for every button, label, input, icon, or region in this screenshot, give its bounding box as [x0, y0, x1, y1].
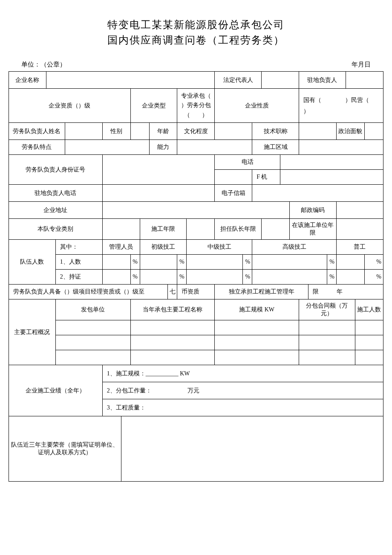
title-line2: 国内供应商调查问卷（工程劳务类） [107, 35, 285, 46]
label-postcode: 邮政编码 [290, 202, 337, 219]
field-team-feature[interactable] [65, 140, 149, 155]
label-amount: 分包合同额（万元） [299, 299, 355, 320]
label-years: 施工年限 [140, 219, 187, 240]
label-workers: 施工人数 [355, 299, 383, 320]
field-general-n[interactable] [336, 255, 364, 270]
label-honors: 队伍近三年主要荣誉（需填写证明单位、证明人及联系方式） [9, 416, 121, 482]
label-row-cert: 2、持证 [55, 270, 102, 285]
field-scale-3[interactable] [215, 350, 299, 365]
field-workers-2[interactable] [355, 335, 383, 350]
field-fax-pre[interactable] [215, 170, 252, 185]
pct: % [130, 270, 140, 285]
pct: % [130, 255, 140, 270]
field-contractor-2[interactable] [55, 335, 130, 350]
header-date: 年月日 [352, 61, 371, 69]
label-age: 年龄 [149, 123, 177, 140]
label-annual: 企业施工业绩（全年） [9, 365, 103, 416]
field-projname-1[interactable] [130, 320, 215, 335]
label-company-name: 企业名称 [9, 72, 46, 89]
field-local-head[interactable] [346, 72, 383, 89]
field-junior-c[interactable] [140, 270, 177, 285]
field-type-options[interactable]: 专业承包（ ）劳务分包（ ） [177, 89, 215, 123]
field-contractor-1[interactable] [55, 320, 130, 335]
label-gender: 性别 [102, 123, 130, 140]
field-mid-c[interactable] [187, 270, 243, 285]
label-pm-qual: 劳务队负责人具备（）级项目经理资质或（）级至 [9, 285, 168, 299]
label-leader-years: 担任队长年限 [215, 219, 262, 240]
field-mgmt-c[interactable] [102, 270, 130, 285]
pct: % [243, 270, 252, 285]
label-education: 文化程度 [177, 123, 215, 140]
field-postcode[interactable] [336, 202, 383, 219]
field-fax[interactable] [280, 170, 383, 185]
label-team-feature: 劳务队特点 [9, 140, 65, 155]
label-local-phone: 驻地负责人电话 [9, 185, 103, 202]
field-education[interactable] [215, 123, 252, 140]
field-projname-3[interactable] [130, 350, 215, 365]
label-unit-years: 在该施工单位年限 [290, 219, 337, 240]
pct: % [364, 270, 383, 285]
field-workers-1[interactable] [355, 320, 383, 335]
header-row: 单位：（公章） 年月日 [9, 61, 383, 69]
field-scale-1[interactable] [215, 320, 299, 335]
label-specialty: 本队专业类别 [9, 219, 103, 240]
field-local-phone[interactable] [102, 185, 215, 202]
header-unit: 单位：（公章） [21, 61, 66, 69]
field-ability[interactable] [177, 140, 252, 155]
field-a1[interactable]: 1、施工规模：___________ KW [102, 365, 383, 382]
label-leader-name: 劳务队负责人姓名 [9, 123, 65, 140]
doc-title: 特变电工某某新能源股份总承包公司 国内供应商调查问卷（工程劳务类） [9, 17, 383, 48]
form-table: 企业名称 法定代表人 驻地负责人 企业资质（）级 企业类型 专业承包（ ）劳务分… [9, 71, 383, 482]
field-gender[interactable] [130, 123, 149, 140]
label-indep2: 限 年 [308, 285, 383, 299]
field-amount-2[interactable] [299, 335, 355, 350]
label-of-which: 其中： [55, 240, 102, 255]
field-address[interactable] [102, 202, 289, 219]
label-proj-name: 当年承包主要工程名称 [130, 299, 215, 320]
field-nature-options[interactable]: 国有（ ）民营（ ） [299, 89, 383, 123]
field-senior-n[interactable] [252, 255, 327, 270]
field-mgmt-n[interactable] [102, 255, 130, 270]
label-mgmt: 管理人员 [102, 240, 140, 255]
label-junior: 初级技工 [140, 240, 187, 255]
pct: % [177, 255, 187, 270]
pct: % [364, 255, 383, 270]
field-leader-name[interactable] [65, 123, 102, 140]
label-fax: F 机 [252, 170, 280, 185]
label-scale: 施工规模 KW [215, 299, 299, 320]
field-workers-3[interactable] [355, 350, 383, 365]
field-a2[interactable]: 2、分包工作量： 万元 [102, 382, 383, 399]
label-area: 施工区域 [252, 140, 299, 155]
label-pm-qual3: 币资质 [177, 285, 215, 299]
label-pm-qual2: 七 [168, 285, 177, 299]
field-honors[interactable] [121, 416, 383, 482]
field-phone[interactable] [280, 155, 383, 170]
field-unit-years[interactable] [336, 219, 383, 240]
field-leader-id[interactable] [102, 155, 215, 185]
label-senior: 高级技工 [252, 240, 337, 255]
label-ability: 能力 [149, 140, 177, 155]
field-mid-n[interactable] [187, 255, 243, 270]
pct: % [327, 255, 336, 270]
field-leader-years[interactable] [262, 219, 290, 240]
field-email[interactable] [252, 185, 383, 202]
field-legal-rep[interactable] [262, 72, 299, 89]
field-a3[interactable]: 3、工程质量： [102, 399, 383, 416]
field-projname-2[interactable] [130, 335, 215, 350]
field-political[interactable] [364, 123, 383, 140]
field-years[interactable] [187, 219, 215, 240]
field-area[interactable] [299, 140, 383, 155]
field-amount-3[interactable] [299, 350, 355, 365]
field-general-c[interactable] [336, 270, 364, 285]
label-political: 政治面貌 [336, 123, 364, 140]
field-senior-c[interactable] [252, 270, 327, 285]
field-company-name[interactable] [46, 72, 214, 89]
field-junior-n[interactable] [140, 255, 177, 270]
field-scale-2[interactable] [215, 335, 299, 350]
label-team-count: 队伍人数 [9, 240, 56, 285]
label-row-people: 1、人数 [55, 255, 102, 270]
field-specialty[interactable] [102, 219, 140, 240]
field-tech-title[interactable] [299, 123, 337, 140]
field-contractor-3[interactable] [55, 350, 130, 365]
field-amount-1[interactable] [299, 320, 355, 335]
